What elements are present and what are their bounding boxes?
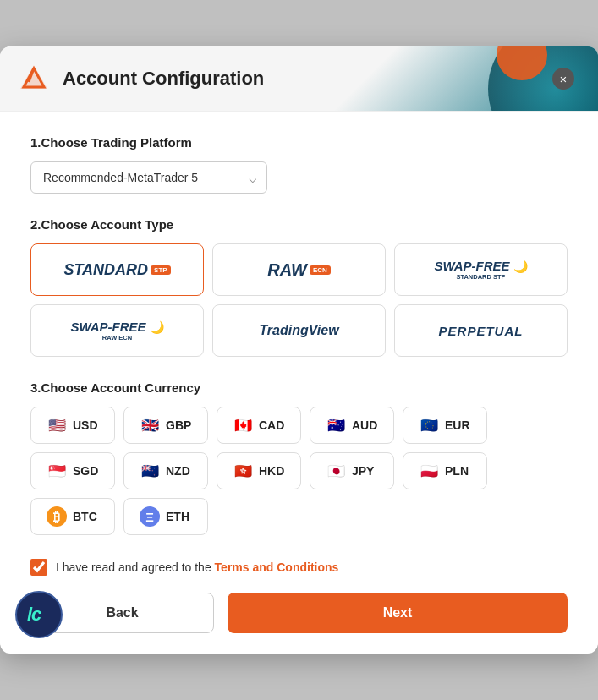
currency-nzd[interactable]: 🇳🇿 NZD bbox=[123, 452, 208, 489]
currency-eur[interactable]: 🇪🇺 EUR bbox=[403, 407, 487, 444]
currency-eth[interactable]: Ξ ETH bbox=[123, 498, 208, 535]
eth-icon: Ξ bbox=[140, 506, 160, 527]
platform-section: 1.Choose Trading Platform Recommended-Me… bbox=[30, 135, 568, 194]
platform-label: 1.Choose Trading Platform bbox=[30, 135, 568, 150]
account-type-swapfree-stp[interactable]: SWAP-FREE 🌙 STANDARD STP bbox=[394, 243, 568, 296]
avatar-icon: lc bbox=[24, 597, 54, 627]
terms-checkbox[interactable] bbox=[30, 559, 47, 576]
account-type-grid: STANDARD STP RAW ECN SWAP-FREE 🌙 bbox=[30, 243, 568, 357]
terms-text: I have read and agreed to the Terms and … bbox=[56, 561, 338, 574]
platform-select[interactable]: Recommended-MetaTrader 5 MetaTrader 4 Me… bbox=[30, 161, 267, 194]
currency-pln[interactable]: 🇵🇱 PLN bbox=[403, 452, 487, 489]
raw-label: RAW ECN bbox=[267, 260, 331, 280]
btc-icon: ₿ bbox=[47, 506, 67, 527]
account-type-tradingview[interactable]: TradingView bbox=[212, 304, 386, 357]
account-type-perpetual[interactable]: PERPETUAL bbox=[394, 304, 568, 357]
aud-flag: 🇦🇺 bbox=[326, 415, 346, 435]
currency-btc[interactable]: ₿ BTC bbox=[30, 498, 115, 535]
currency-label: 3.Choose Account Currency bbox=[30, 380, 568, 395]
next-button[interactable]: Next bbox=[228, 593, 568, 633]
action-row: Back Next bbox=[30, 593, 568, 633]
currency-jpy[interactable]: 🇯🇵 JPY bbox=[310, 452, 394, 489]
account-type-raw[interactable]: RAW ECN bbox=[212, 243, 386, 296]
currency-gbp[interactable]: 🇬🇧 GBP bbox=[123, 407, 208, 444]
terms-row: I have read and agreed to the Terms and … bbox=[30, 559, 568, 576]
account-type-label: 2.Choose Account Type bbox=[30, 217, 568, 232]
currency-usd[interactable]: 🇺🇸 USD bbox=[30, 407, 115, 444]
sgd-flag: 🇸🇬 bbox=[47, 461, 67, 481]
platform-select-wrapper: Recommended-MetaTrader 5 MetaTrader 4 Me… bbox=[30, 161, 267, 194]
modal-title: Account Configuration bbox=[63, 68, 264, 90]
header-left: Account Configuration bbox=[17, 62, 264, 96]
terms-link[interactable]: Terms and Conditions bbox=[215, 561, 339, 574]
cad-flag: 🇨🇦 bbox=[233, 415, 253, 435]
account-type-standard[interactable]: STANDARD STP bbox=[30, 243, 204, 296]
avatar-text: lc bbox=[24, 597, 54, 632]
modal-header: Account Configuration × bbox=[0, 46, 598, 112]
eur-flag: 🇪🇺 bbox=[419, 415, 439, 435]
usd-flag: 🇺🇸 bbox=[47, 415, 67, 435]
moon-icon: 🌙 bbox=[513, 260, 528, 273]
jpy-flag: 🇯🇵 bbox=[326, 461, 346, 481]
close-button[interactable]: × bbox=[552, 68, 574, 90]
account-type-section: 2.Choose Account Type STANDARD STP RAW E… bbox=[30, 217, 568, 357]
pln-flag: 🇵🇱 bbox=[419, 461, 439, 481]
svg-text:lc: lc bbox=[27, 604, 41, 625]
account-type-swapfree-ecn[interactable]: SWAP-FREE 🌙 RAW ECN bbox=[30, 304, 204, 357]
header-bg-decoration bbox=[463, 46, 598, 111]
currency-sgd[interactable]: 🇸🇬 SGD bbox=[30, 452, 115, 489]
account-config-modal: Account Configuration × 1.Choose Trading… bbox=[0, 46, 598, 654]
hkd-flag: 🇭🇰 bbox=[233, 461, 253, 481]
standard-label: STANDARD STP bbox=[63, 261, 170, 279]
moon-icon-2: 🌙 bbox=[150, 320, 164, 334]
brand-logo bbox=[17, 62, 51, 96]
currency-aud[interactable]: 🇦🇺 AUD bbox=[310, 407, 394, 444]
gbp-flag: 🇬🇧 bbox=[140, 415, 160, 435]
currency-grid: 🇺🇸 USD 🇬🇧 GBP 🇨🇦 CAD 🇦🇺 AUD 🇪🇺 bbox=[30, 407, 568, 535]
modal-body: 1.Choose Trading Platform Recommended-Me… bbox=[0, 112, 598, 654]
currency-cad[interactable]: 🇨🇦 CAD bbox=[217, 407, 301, 444]
currency-hkd[interactable]: 🇭🇰 HKD bbox=[217, 452, 301, 489]
avatar: lc bbox=[15, 591, 63, 638]
nzd-flag: 🇳🇿 bbox=[140, 461, 160, 481]
currency-section: 3.Choose Account Currency 🇺🇸 USD 🇬🇧 GBP … bbox=[30, 380, 568, 535]
